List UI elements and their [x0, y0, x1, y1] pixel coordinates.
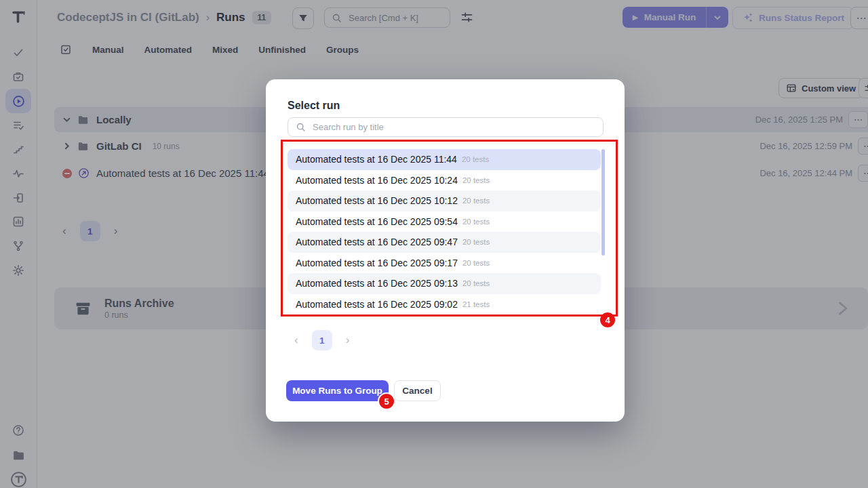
- page-prev-icon[interactable]: ‹: [294, 333, 298, 347]
- annotation-step-5: 5: [378, 392, 395, 410]
- run-search[interactable]: [288, 117, 604, 137]
- annotation-highlight-box: [281, 140, 618, 317]
- page-next-icon[interactable]: ›: [346, 333, 350, 347]
- cancel-button[interactable]: Cancel: [394, 380, 441, 401]
- modal-pagination: ‹ 1 ›: [294, 330, 349, 350]
- page-number[interactable]: 1: [312, 330, 332, 350]
- app-window: CodeceptJS in CI (GitLab) › Runs 11 ▶ Ma…: [0, 0, 868, 488]
- move-runs-to-group-button[interactable]: Move Runs to Group: [286, 380, 389, 401]
- modal-title: Select run: [288, 100, 340, 112]
- modal-actions: Move Runs to Group Cancel: [286, 380, 441, 401]
- run-search-input[interactable]: [311, 121, 595, 133]
- annotation-step-4: 4: [600, 312, 615, 327]
- search-icon: [296, 122, 306, 132]
